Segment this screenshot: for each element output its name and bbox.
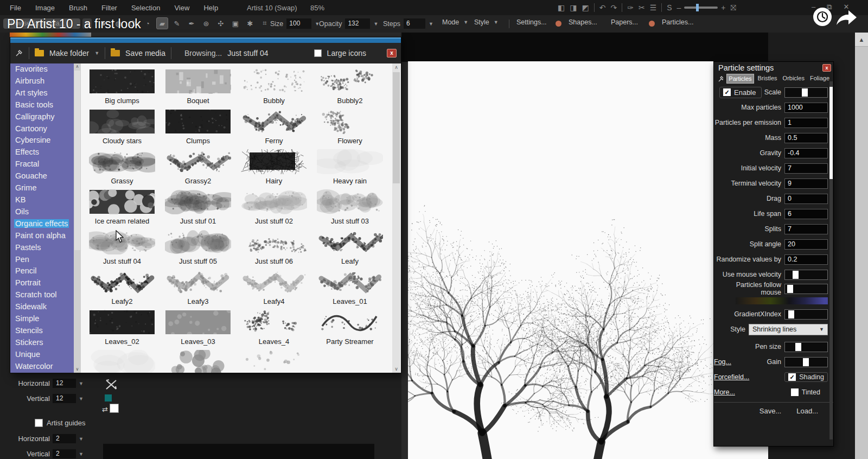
shading-checkbox[interactable]: ✓ <box>788 373 796 381</box>
dialog-close-button[interactable]: x <box>387 49 397 58</box>
field-input[interactable]: -0.4 <box>784 148 828 158</box>
mode-dropdown[interactable]: Mode ▼ <box>442 18 468 26</box>
brush-item[interactable] <box>84 350 160 373</box>
enable-group[interactable]: ✓ Enable <box>719 87 762 98</box>
opacity-input[interactable]: 132 <box>345 18 370 29</box>
tab-foliage[interactable]: Foliage <box>808 74 831 84</box>
scroll-down-arrow[interactable]: ∨ <box>392 365 400 373</box>
brush-item-ice-cream-related[interactable]: Ice cream related <box>84 189 160 229</box>
category-cybersine[interactable]: Cybersine <box>10 135 81 146</box>
category-stickers[interactable]: Stickers <box>10 337 81 349</box>
brush-item[interactable] <box>160 350 236 373</box>
scale-slider[interactable] <box>784 87 828 98</box>
pen-tool-icon[interactable]: ✒ <box>186 17 197 29</box>
zoom-slider-track[interactable] <box>684 7 718 9</box>
scroll-down-arrow[interactable]: ∨ <box>74 366 81 373</box>
dropdown-caret-icon[interactable]: ▼ <box>79 436 84 442</box>
category-pastels[interactable]: Pastels <box>10 242 81 254</box>
rotate-canvas-icon[interactable]: ◩ <box>582 3 589 12</box>
use-mouse-velocity-slider[interactable] <box>784 270 828 280</box>
menu-view[interactable]: View <box>174 4 189 12</box>
save-media-button[interactable]: Save media <box>125 49 165 58</box>
pen-size-slider[interactable] <box>784 342 828 352</box>
brush-item-just-stuff-02[interactable]: Just stuff 02 <box>236 189 312 229</box>
category-favorites[interactable]: Favorites <box>10 63 81 75</box>
brush-item-leafy[interactable]: Leafy <box>312 229 388 270</box>
category-cartoony[interactable]: Cartoony <box>10 123 81 135</box>
brush-item[interactable] <box>236 350 312 373</box>
scrollbar-thumb[interactable] <box>74 71 80 250</box>
tinted-checkbox[interactable] <box>791 388 799 396</box>
layers-icon[interactable]: ☰ <box>650 3 657 12</box>
share-icon[interactable] <box>834 9 858 27</box>
dropdown-caret-icon[interactable]: ▼ <box>79 451 84 457</box>
brush-item-bubbly2[interactable]: Bubbly2 <box>312 69 388 109</box>
grid-scrollbar[interactable]: ∧ ∨ <box>392 63 400 373</box>
grid-tool-icon[interactable]: ⌗ <box>259 17 271 29</box>
panel-title-bar[interactable]: Particle settings x <box>714 62 833 73</box>
dropdown-caret-icon[interactable]: ▼ <box>79 381 84 386</box>
category-portrait[interactable]: Portrait <box>10 277 81 289</box>
category-stencils[interactable]: Stencils <box>10 325 81 337</box>
brush-item-grassy[interactable]: Grassy <box>84 149 160 189</box>
category-fractal[interactable]: Fractal <box>10 158 81 170</box>
make-folder-caret-icon[interactable]: ▼ <box>94 50 99 56</box>
category-watercolor[interactable]: Watercolor <box>10 361 81 373</box>
category-unique[interactable]: Unique <box>10 349 81 361</box>
swap-colors-icon[interactable]: ⇄ <box>102 405 108 413</box>
particles-link[interactable]: Particles... <box>662 18 693 26</box>
smudge-tool-icon[interactable]: ✣ <box>215 17 227 29</box>
secondary-color-swatch[interactable] <box>105 394 112 401</box>
primary-color-swatch[interactable] <box>110 404 119 413</box>
artist-guides-checkbox[interactable] <box>35 419 43 427</box>
particle-color-gradient[interactable] <box>736 297 828 304</box>
brush-item-party-streamer[interactable]: Party Streamer <box>312 310 388 350</box>
category-effects[interactable]: Effects <box>10 146 81 158</box>
fog-link[interactable]: Fog... <box>714 358 731 366</box>
category-pencil[interactable]: Pencil <box>10 265 81 277</box>
vertical-value-1[interactable]: 12 <box>53 394 76 403</box>
horizontal-value-1[interactable]: 12 <box>53 379 76 388</box>
gradient-x-index-slider[interactable] <box>784 309 828 320</box>
field-input[interactable]: 9 <box>784 178 828 189</box>
opacity-caret-icon[interactable]: ▼ <box>373 21 378 27</box>
dialog-title-bar[interactable] <box>10 37 401 43</box>
scroll-up-arrow[interactable]: ∧ <box>74 63 81 70</box>
mirror-tool-icon[interactable] <box>105 379 118 391</box>
field-input[interactable]: 0.5 <box>784 133 828 143</box>
more-link[interactable]: More... <box>714 388 735 396</box>
brush-item-leaves-02[interactable]: Leaves_02 <box>84 310 160 350</box>
save-button[interactable]: Save... <box>760 407 781 415</box>
field-input[interactable]: 7 <box>784 163 828 174</box>
tab-orbicles[interactable]: Orbicles <box>781 74 806 84</box>
panel-close-button[interactable]: x <box>822 64 831 72</box>
papers-link[interactable]: Papers... <box>611 18 638 26</box>
category-pen[interactable]: Pen <box>10 254 81 266</box>
vertical-value-2[interactable]: 2 <box>53 449 76 458</box>
category-kb[interactable]: KB <box>10 194 81 206</box>
brush-item-boquet[interactable]: Boquet <box>160 69 236 109</box>
brush-item-bubbly[interactable]: Bubbly <box>236 69 312 109</box>
category-simple[interactable]: Simple <box>10 313 81 325</box>
undo-icon[interactable]: ↶ <box>599 3 606 12</box>
marker-tool-icon[interactable]: ▰ <box>156 17 168 29</box>
cut-icon[interactable]: ✂ <box>639 3 645 12</box>
pencil-tool-icon[interactable]: ✎ <box>171 17 183 29</box>
pin-icon[interactable] <box>717 75 723 83</box>
large-icons-checkbox[interactable] <box>314 49 322 57</box>
field-input[interactable]: 1 <box>784 118 828 128</box>
flip-vertical-icon[interactable]: ◨ <box>570 3 577 12</box>
papers-status-icon[interactable] <box>649 21 655 27</box>
vector-edit-icon[interactable]: ✑ <box>627 3 634 12</box>
brush-item-leaves-4[interactable]: Leaves_4 <box>236 310 312 350</box>
redo-icon[interactable]: ↷ <box>610 3 617 12</box>
steps-caret-icon[interactable]: ▼ <box>429 21 433 27</box>
brush-item-leafy2[interactable]: Leafy2 <box>84 270 160 310</box>
forcefield-link[interactable]: Forcefield... <box>714 373 749 381</box>
brush-item-leaves-03[interactable]: Leaves_03 <box>160 310 236 350</box>
slider-handle[interactable] <box>787 285 793 293</box>
particles-follow-mouse-slider[interactable] <box>784 284 828 294</box>
enable-checkbox[interactable]: ✓ <box>723 88 731 96</box>
brush-item-leaves-01[interactable]: Leaves_01 <box>312 270 388 310</box>
spline-icon[interactable]: S <box>667 3 672 12</box>
